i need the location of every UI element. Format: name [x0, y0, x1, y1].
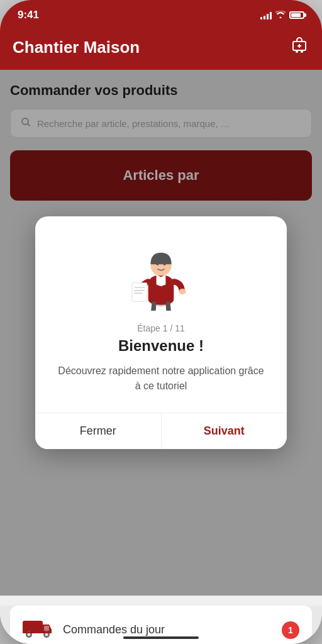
svg-point-1	[296, 50, 298, 53]
modal-dialog: Étape 1 / 11 Bienvenue ! Découvrez rapid…	[35, 216, 287, 449]
svg-rect-19	[23, 621, 43, 633]
modal-illustration	[123, 235, 199, 311]
svg-rect-25	[23, 632, 52, 633]
content-wrapper: Commander vos produits Recherche par art…	[0, 70, 322, 644]
svg-rect-13	[132, 283, 147, 302]
status-time: 9:41	[18, 9, 39, 21]
svg-point-22	[28, 633, 31, 636]
delivery-truck-icon	[23, 616, 53, 644]
status-bar: 9:41	[0, 0, 322, 28]
status-icons	[260, 10, 304, 20]
wifi-icon	[275, 10, 286, 20]
modal-actions: Fermer Suivant	[35, 413, 287, 449]
phone-frame: 9:41 Chantier Maison	[0, 0, 322, 644]
svg-point-24	[45, 633, 48, 636]
signal-icon	[260, 11, 272, 19]
main-content: Commander vos produits Recherche par art…	[0, 70, 322, 596]
modal-body: Étape 1 / 11 Bienvenue ! Découvrez rapid…	[35, 216, 287, 413]
delivery-text: Commandes du jour	[63, 623, 272, 636]
svg-point-9	[157, 263, 159, 265]
svg-point-12	[179, 289, 186, 294]
app-title: Chantier Maison	[13, 38, 140, 57]
close-button[interactable]: Fermer	[35, 413, 162, 449]
app-header: Chantier Maison	[0, 28, 322, 70]
scrollable-area: Commander vos produits Recherche par art…	[0, 70, 322, 644]
battery-icon	[289, 11, 304, 19]
modal-description: Découvrez rapidement notre application g…	[54, 364, 268, 394]
svg-point-10	[164, 263, 166, 265]
step-label: Étape 1 / 11	[54, 323, 268, 333]
modal-title: Bienvenue !	[54, 337, 268, 355]
delivery-badge: 1	[282, 621, 299, 639]
svg-point-2	[301, 50, 303, 53]
svg-rect-20	[44, 626, 49, 631]
modal-overlay: Étape 1 / 11 Bienvenue ! Découvrez rapid…	[0, 70, 322, 596]
home-indicator	[123, 636, 199, 639]
cart-icon[interactable]	[289, 35, 309, 60]
next-button[interactable]: Suivant	[162, 413, 287, 449]
